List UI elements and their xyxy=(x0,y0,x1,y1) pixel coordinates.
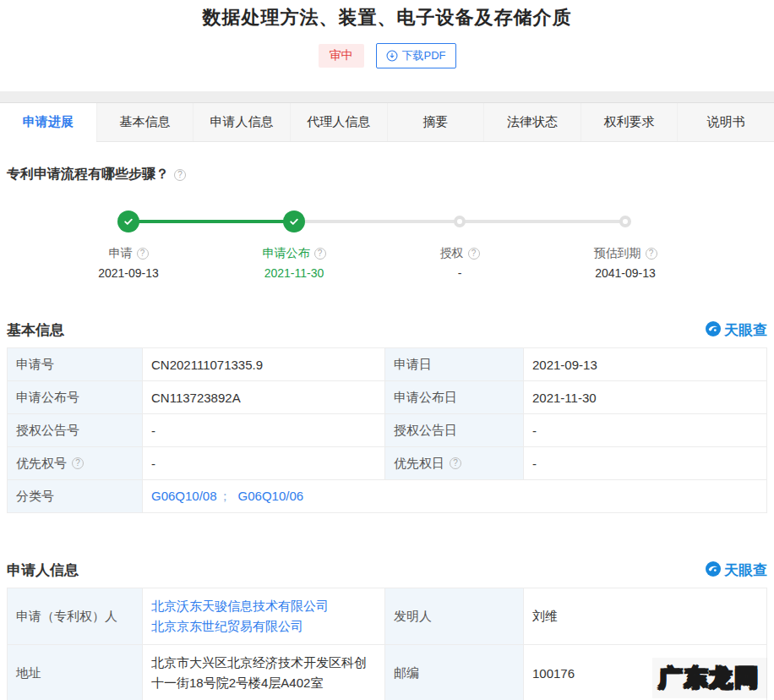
section-title: 申请人信息 xyxy=(7,561,79,580)
process-section-heading: 专利申请流程有哪些步骤？ ? xyxy=(7,166,767,183)
step-date: 2041-09-13 xyxy=(595,266,656,280)
tab-agent-info[interactable]: 代理人信息 xyxy=(290,103,387,141)
field-value: 2021-11-30 xyxy=(524,381,767,414)
tianyancha-eye-icon xyxy=(706,561,721,580)
tab-applicant-info[interactable]: 申请人信息 xyxy=(193,103,290,141)
basic-info-table: 申请号 CN202111071335.9 申请日 2021-09-13 申请公布… xyxy=(7,347,767,513)
field-label: 申请号 xyxy=(8,348,143,381)
step-date: 2021-11-30 xyxy=(264,266,324,280)
table-row: 申请（专利权）人 北京沃东天骏信息技术有限公司 北京京东世纪贸易有限公司 发明人… xyxy=(8,588,767,645)
step-label: 预估到期 xyxy=(594,246,641,261)
field-value: - xyxy=(143,447,385,480)
download-icon xyxy=(386,50,398,62)
field-label: 邮编 xyxy=(385,645,524,700)
help-icon[interactable]: ? xyxy=(314,248,326,260)
field-label: 申请日 xyxy=(385,348,524,381)
field-label: 授权公告日 xyxy=(385,414,524,447)
field-label: 申请（专利权）人 xyxy=(8,588,143,645)
step-publication: 申请公布 ? 2021-11-30 xyxy=(211,211,377,280)
help-icon[interactable]: ? xyxy=(174,169,186,181)
check-circle-icon xyxy=(283,211,305,232)
tab-description[interactable]: 说明书 xyxy=(677,103,774,141)
tianyancha-logo[interactable]: 天眼查 xyxy=(706,561,767,580)
tab-basic-info[interactable]: 基本信息 xyxy=(96,103,194,141)
table-row: 授权公告号 - 授权公告日 - xyxy=(8,414,767,447)
page-title: 数据处理方法、装置、电子设备及存储介质 xyxy=(0,5,774,30)
tab-legal-status[interactable]: 法律状态 xyxy=(483,103,580,141)
field-value: CN202111071335.9 xyxy=(143,348,385,381)
process-heading-text: 专利申请流程有哪些步骤？ xyxy=(7,166,169,183)
help-icon[interactable]: ? xyxy=(137,248,149,260)
field-label: 优先权日? xyxy=(385,447,524,480)
table-row: 申请公布号 CN113723892A 申请公布日 2021-11-30 xyxy=(8,381,767,414)
step-date: - xyxy=(458,266,462,280)
site-watermark: 广东龙网 xyxy=(652,658,767,698)
step-date: 2021-09-13 xyxy=(98,266,159,280)
section-title: 基本信息 xyxy=(7,320,64,340)
applicant-info-section-head: 申请人信息 天眼查 xyxy=(7,561,767,580)
status-badge: 审中 xyxy=(319,44,364,68)
tianyancha-wordmark: 天眼查 xyxy=(724,320,767,340)
field-value: - xyxy=(524,447,767,480)
step-label: 授权 xyxy=(440,246,464,261)
header-actions: 审中 下载PDF xyxy=(0,43,774,68)
field-label: 发明人 xyxy=(385,588,524,645)
step-label: 申请 xyxy=(109,246,133,261)
pending-circle-icon xyxy=(619,216,631,227)
main-content: 专利申请流程有哪些步骤？ ? 申请 ? 2021-09-13 xyxy=(0,166,774,700)
basic-info-section-head: 基本信息 天眼查 xyxy=(7,320,767,340)
field-label: 申请公布日 xyxy=(385,381,524,414)
tab-bar: 申请进展 基本信息 申请人信息 代理人信息 摘要 法律状态 权利要求 说明书 xyxy=(0,103,774,142)
classification-value: G06Q10/08；G06Q10/06 xyxy=(143,480,767,513)
step-application: 申请 ? 2021-09-13 xyxy=(46,211,211,280)
step-estimated-expiry: 预估到期 ? 2041-09-13 xyxy=(542,211,708,280)
field-label-text: 优先权日 xyxy=(394,456,444,472)
help-icon[interactable]: ? xyxy=(450,457,461,469)
company-link[interactable]: 北京沃东天骏信息技术有限公司 xyxy=(151,596,376,616)
download-label: 下载PDF xyxy=(402,48,446,63)
help-icon[interactable]: ? xyxy=(468,248,480,260)
table-row: 申请号 CN202111071335.9 申请日 2021-09-13 xyxy=(8,348,767,381)
field-label-text: 优先权号 xyxy=(16,456,67,472)
field-value: - xyxy=(143,414,385,447)
tab-claims[interactable]: 权利要求 xyxy=(580,103,678,141)
table-row: 优先权号? - 优先权日? - xyxy=(8,447,767,480)
step-grant: 授权 ? - xyxy=(377,211,542,280)
tab-application-progress[interactable]: 申请进展 xyxy=(0,103,96,142)
field-label: 授权公告号 xyxy=(8,414,143,447)
classification-link[interactable]: G06Q10/06 xyxy=(238,489,304,503)
help-icon[interactable]: ? xyxy=(646,248,657,260)
tianyancha-logo[interactable]: 天眼查 xyxy=(706,320,767,340)
check-circle-icon xyxy=(117,211,139,232)
step-label: 申请公布 xyxy=(263,246,310,261)
download-pdf-button[interactable]: 下载PDF xyxy=(376,43,456,68)
table-row: 分类号 G06Q10/08；G06Q10/06 xyxy=(8,480,767,513)
field-value: 刘维 xyxy=(524,588,767,645)
company-link[interactable]: 北京京东世纪贸易有限公司 xyxy=(151,616,376,637)
help-icon[interactable]: ? xyxy=(72,457,84,469)
applicant-companies: 北京沃东天骏信息技术有限公司 北京京东世纪贸易有限公司 xyxy=(143,588,385,645)
field-label: 申请公布号 xyxy=(8,381,143,414)
field-value: CN113723892A xyxy=(143,381,385,414)
field-value: 北京市大兴区北京经济技术开发区科创十一街18号院2号楼4层A402室 xyxy=(143,645,385,700)
pending-circle-icon xyxy=(454,216,466,227)
classification-link[interactable]: G06Q10/08 xyxy=(151,489,217,503)
field-value: 2021-09-13 xyxy=(524,348,767,381)
address-text: 北京市大兴区北京经济技术开发区科创十一街18号院2号楼4层A402室 xyxy=(151,655,367,690)
patent-progress-stepper: 申请 ? 2021-09-13 申请公布 ? 2021-11-30 xyxy=(46,211,708,280)
field-value: - xyxy=(524,414,767,447)
tianyancha-wordmark: 天眼查 xyxy=(724,561,767,580)
field-label: 地址 xyxy=(8,645,143,700)
top-divider-strip xyxy=(0,91,774,103)
field-label: 分类号 xyxy=(8,480,143,513)
tab-abstract[interactable]: 摘要 xyxy=(387,103,484,141)
tianyancha-eye-icon xyxy=(706,321,721,340)
patent-detail-page: 数据处理方法、装置、电子设备及存储介质 审中 下载PDF 申请进展 基本信息 申… xyxy=(0,0,774,700)
field-label: 优先权号? xyxy=(8,447,143,480)
header: 数据处理方法、装置、电子设备及存储介质 审中 下载PDF xyxy=(0,0,774,91)
classification-separator: ； xyxy=(219,489,232,503)
